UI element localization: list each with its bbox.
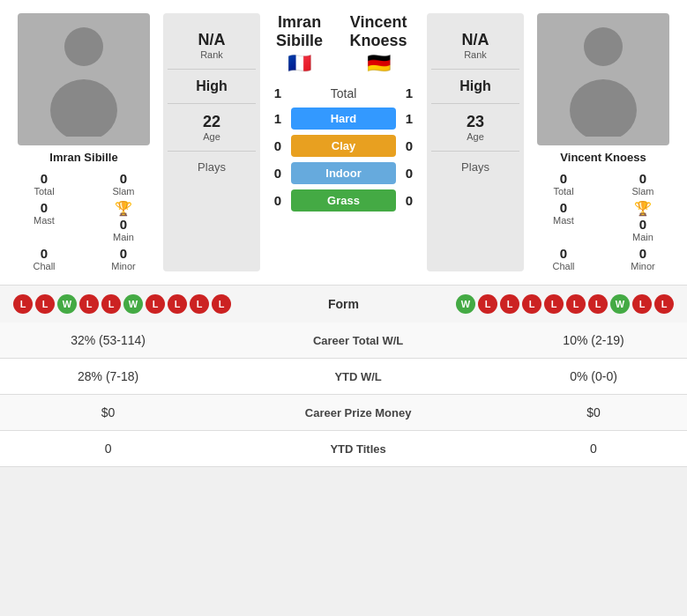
right-mast-value: 0 xyxy=(560,200,567,215)
form-badge: L xyxy=(13,294,33,314)
right-age-label: Age xyxy=(431,131,519,142)
h2h-center: Imran Sibille 🇫🇷 Vincent Knoess 🇩🇪 1 Tot… xyxy=(265,13,422,271)
surface-badge: Hard xyxy=(291,108,396,130)
form-badge: L xyxy=(588,294,608,314)
form-section: LLWLLWLLLL Form WLLLLLLWLL xyxy=(0,285,687,323)
form-badge: L xyxy=(146,294,165,314)
stats-row: 0 YTD Titles 0 xyxy=(0,431,687,467)
total-score-right: 1 xyxy=(396,85,422,100)
left-player-name: Imran Sibille xyxy=(49,151,117,164)
surface-score-left: 0 xyxy=(265,138,291,153)
total-label: Total xyxy=(291,86,396,100)
right-chall-value: 0 xyxy=(560,246,567,261)
stat-left-value: $0 xyxy=(0,395,216,431)
right-player-avatar xyxy=(537,13,669,145)
left-name-display: Imran Sibille xyxy=(265,13,334,50)
left-hand-value: High xyxy=(168,78,256,94)
right-hand-block: High xyxy=(431,70,519,104)
right-flag: 🇩🇪 xyxy=(334,52,422,75)
left-slam-label: Slam xyxy=(112,186,134,197)
left-total-label: Total xyxy=(34,186,54,197)
right-main-stat: 🏆 0 Main xyxy=(608,200,678,242)
right-player-name: Vincent Knoess xyxy=(560,151,646,164)
left-player-name-center: Imran Sibille 🇫🇷 xyxy=(265,13,334,75)
left-plays-label: Plays xyxy=(168,160,256,174)
right-main-label: Main xyxy=(632,232,653,242)
left-main-value: 0 xyxy=(120,217,127,232)
left-mast-stat: 0 Mast xyxy=(9,200,79,242)
svg-point-3 xyxy=(570,79,637,137)
left-age-value: 22 xyxy=(168,113,256,131)
form-badge: W xyxy=(57,294,77,314)
right-slam-label: Slam xyxy=(631,186,653,197)
form-badge: L xyxy=(35,294,55,314)
player-comparison-section: Imran Sibille 0 Total 0 Slam 0 Mast 🏆 0 xyxy=(0,0,687,285)
surface-row: 0 Indoor 0 xyxy=(265,162,422,184)
form-label: Form xyxy=(328,297,359,311)
right-mast-stat: 0 Mast xyxy=(528,200,599,242)
bottom-stats-table: 32% (53-114) Career Total W/L 10% (2-19)… xyxy=(0,323,687,467)
left-rank-value: N/A xyxy=(168,31,256,49)
form-badge: L xyxy=(566,294,586,314)
stats-row: 32% (53-114) Career Total W/L 10% (2-19) xyxy=(0,323,687,359)
stat-right-value: 0% (0-0) xyxy=(500,359,687,395)
left-minor-label: Minor xyxy=(111,261,136,271)
stat-left-value: 0 xyxy=(0,431,216,467)
stats-row: $0 Career Prize Money $0 xyxy=(0,395,687,431)
form-badge: W xyxy=(610,294,630,314)
right-name-display: Vincent Knoess xyxy=(334,13,422,50)
surface-score-left: 0 xyxy=(265,193,291,208)
right-minor-stat: 0 Minor xyxy=(608,246,678,271)
surface-score-right: 0 xyxy=(396,138,422,153)
stat-label: Career Total W/L xyxy=(216,323,500,359)
left-plays-block: Plays xyxy=(168,152,256,182)
right-chall-label: Chall xyxy=(552,261,574,271)
surface-badge: Clay xyxy=(291,135,396,157)
left-minor-value: 0 xyxy=(120,246,127,261)
right-chall-stat: 0 Chall xyxy=(528,246,599,271)
stat-right-value: $0 xyxy=(500,395,687,431)
right-plays-label: Plays xyxy=(431,160,519,174)
form-badge: L xyxy=(212,294,231,314)
right-total-value: 0 xyxy=(560,171,567,186)
svg-point-2 xyxy=(584,27,623,66)
right-total-label: Total xyxy=(553,186,573,197)
total-row: 1 Total 1 xyxy=(265,85,422,100)
left-mast-label: Mast xyxy=(34,215,55,226)
left-chall-stat: 0 Chall xyxy=(9,246,79,271)
right-minor-value: 0 xyxy=(639,246,646,261)
right-minor-label: Minor xyxy=(631,261,655,271)
right-trophy-icon: 🏆 xyxy=(634,200,652,217)
form-badge: L xyxy=(654,294,674,314)
left-player-avatar xyxy=(18,13,150,145)
surface-score-left: 0 xyxy=(265,166,291,181)
left-player-card: Imran Sibille 0 Total 0 Slam 0 Mast 🏆 0 xyxy=(9,13,159,271)
right-main-value: 0 xyxy=(639,217,646,232)
stat-right-value: 10% (2-19) xyxy=(500,323,687,359)
left-age-label: Age xyxy=(168,131,256,142)
surface-badge: Indoor xyxy=(291,162,396,184)
form-badge: L xyxy=(190,294,209,314)
right-rank-label: Rank xyxy=(431,49,519,60)
form-badge: L xyxy=(101,294,121,314)
left-rank-label: Rank xyxy=(168,49,256,60)
main-container: Imran Sibille 0 Total 0 Slam 0 Mast 🏆 0 xyxy=(0,0,687,467)
right-form-badges: WLLLLLLWLL xyxy=(456,294,674,314)
right-player-card: Vincent Knoess 0 Total 0 Slam 0 Mast 🏆 0 xyxy=(528,13,678,271)
left-player-stats: 0 Total 0 Slam 0 Mast 🏆 0 Main 0 xyxy=(9,171,159,271)
form-badge: W xyxy=(456,294,475,314)
right-player-name-center: Vincent Knoess 🇩🇪 xyxy=(334,13,422,75)
right-plays-block: Plays xyxy=(431,152,519,182)
right-slam-stat: 0 Slam xyxy=(608,171,678,197)
right-mast-label: Mast xyxy=(553,215,574,226)
form-badge: W xyxy=(123,294,143,314)
surface-row: 1 Hard 1 xyxy=(265,108,422,130)
right-slam-value: 0 xyxy=(639,171,646,186)
stat-label: Career Prize Money xyxy=(216,395,500,431)
surface-score-left: 1 xyxy=(265,111,291,126)
surface-score-right: 0 xyxy=(396,193,422,208)
stat-left-value: 32% (53-114) xyxy=(0,323,216,359)
form-badge: L xyxy=(544,294,564,314)
svg-point-0 xyxy=(64,27,103,66)
left-age-block: 22 Age xyxy=(168,104,256,152)
